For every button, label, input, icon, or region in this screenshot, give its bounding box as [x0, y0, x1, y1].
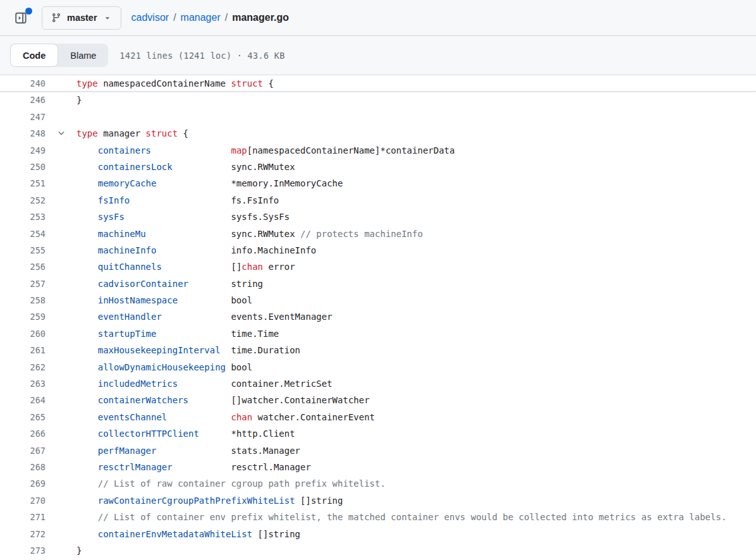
code-token: [76, 429, 98, 439]
code-line: 260 startupTime time.Time: [0, 326, 756, 342]
code-token: [76, 395, 98, 405]
branch-selector-button[interactable]: master: [42, 6, 121, 30]
line-number[interactable]: 249: [0, 142, 46, 159]
code-line: 253 sysFs sysfs.SysFs: [0, 209, 756, 225]
line-number[interactable]: 266: [0, 425, 46, 442]
line-number[interactable]: 253: [0, 209, 46, 225]
line-number[interactable]: 259: [0, 308, 46, 325]
sticky-code-line: 240type namespacedContainerName struct {: [0, 75, 756, 92]
code-token: // List of container env prefix whitelis…: [98, 512, 727, 522]
code-token: [76, 345, 98, 355]
breadcrumb-repo-link[interactable]: cadvisor: [131, 12, 169, 23]
code-token: [76, 178, 98, 188]
gutter: [46, 425, 76, 442]
code-token: machineInfo: [98, 245, 157, 255]
code-line: 251 memoryCache *memory.InMemoryCache: [0, 175, 756, 192]
code-token: [76, 195, 98, 205]
line-number[interactable]: 260: [0, 326, 46, 342]
line-number[interactable]: 252: [0, 192, 46, 209]
code-text: fsInfo fs.FsInfo: [76, 192, 279, 209]
line-number[interactable]: 247: [0, 109, 46, 125]
line-number[interactable]: 267: [0, 442, 46, 459]
code-token: containerWatchers: [98, 395, 188, 405]
gutter: [46, 125, 76, 142]
code-text: machineInfo info.MachineInfo: [76, 242, 316, 259]
code-token: []: [162, 262, 241, 272]
code-token: [76, 462, 98, 472]
code-token: startupTime: [98, 329, 157, 339]
line-number[interactable]: 262: [0, 359, 46, 375]
line-number[interactable]: 240: [0, 75, 46, 91]
line-number[interactable]: 246: [0, 92, 46, 108]
gutter: [46, 526, 76, 542]
code-token: resctrl.Manager: [173, 462, 311, 472]
code-token: [76, 245, 98, 255]
line-number[interactable]: 272: [0, 526, 46, 542]
tab-blame[interactable]: Blame: [58, 44, 108, 67]
code-line: 263 includedMetrics container.MetricSet: [0, 375, 756, 392]
collapse-chevron-icon[interactable]: [57, 129, 66, 138]
gutter: [46, 192, 76, 209]
line-number[interactable]: 271: [0, 509, 46, 525]
line-number[interactable]: 269: [0, 475, 46, 492]
line-number[interactable]: 261: [0, 342, 46, 358]
code-token: info.MachineInfo: [156, 245, 316, 255]
gutter: [46, 259, 76, 275]
gutter: [46, 276, 76, 292]
code-text: collectorHTTPClient *http.Client: [76, 425, 295, 442]
line-number[interactable]: 254: [0, 226, 46, 242]
code-token: []string: [252, 529, 300, 539]
line-number[interactable]: 270: [0, 492, 46, 509]
line-number[interactable]: 265: [0, 409, 46, 425]
code-token: }: [76, 95, 82, 105]
gutter: [46, 459, 76, 475]
code-token: [76, 279, 98, 289]
code-token: machineMu: [98, 229, 146, 239]
line-number[interactable]: 250: [0, 159, 46, 175]
code-text: }: [76, 542, 82, 559]
code-line: 261 maxHousekeepingInterval time.Duratio…: [0, 342, 756, 358]
code-token: quitChannels: [98, 262, 162, 272]
code-token: string: [188, 279, 263, 289]
code-token: sysFs: [98, 212, 125, 222]
breadcrumb-folder-link[interactable]: manager: [181, 12, 221, 23]
code-token: []string: [295, 496, 343, 506]
code-text: eventsChannel chan watcher.ContainerEven…: [76, 409, 375, 425]
line-number[interactable]: 263: [0, 375, 46, 392]
code-line: 248type manager struct {: [0, 125, 756, 142]
file-meta: 1421 lines (1241 loc) · 43.6 KB: [119, 51, 284, 61]
code-line: 252 fsInfo fs.FsInfo: [0, 192, 756, 209]
line-number[interactable]: 251: [0, 175, 46, 192]
line-number[interactable]: 257: [0, 276, 46, 292]
code-token: [namespacedContainerName]*containerData: [247, 145, 455, 155]
line-number[interactable]: 258: [0, 292, 46, 308]
line-number[interactable]: 255: [0, 242, 46, 259]
code-token: collectorHTTPClient: [98, 429, 199, 439]
sidebar-panel-icon: [15, 12, 27, 24]
gutter: [46, 542, 76, 559]
code-line: 249 containers map[namespacedContainerNa…: [0, 142, 756, 159]
line-number[interactable]: 256: [0, 259, 46, 275]
line-number[interactable]: 248: [0, 125, 46, 142]
code-line: 259 eventHandler events.EventManager: [0, 308, 756, 325]
line-number[interactable]: 273: [0, 542, 46, 559]
code-text: type manager struct {: [76, 125, 188, 142]
gutter: [46, 209, 76, 225]
file-tree-toggle-button[interactable]: [10, 7, 32, 28]
code-token: []watcher.ContainerWatcher: [188, 395, 370, 405]
line-number[interactable]: 264: [0, 392, 46, 408]
code-token: struct: [231, 78, 263, 88]
code-token: time.Duration: [221, 345, 300, 355]
tab-code[interactable]: Code: [10, 44, 58, 67]
code-text: quitChannels []chan error: [76, 259, 295, 275]
code-token: [76, 379, 98, 389]
code-text: }: [76, 92, 82, 108]
code-token: sync.RWMutex: [173, 162, 295, 172]
code-token: [76, 212, 98, 222]
code-line: 270 rawContainerCgroupPathPrefixWhiteLis…: [0, 492, 756, 509]
code-line: 262 allowDynamicHousekeeping bool: [0, 359, 756, 375]
code-token: // List of raw container cgroup path pre…: [98, 478, 386, 489]
code-text: sysFs sysfs.SysFs: [76, 209, 290, 225]
breadcrumb-file-name: manager.go: [232, 12, 289, 23]
line-number[interactable]: 268: [0, 459, 46, 475]
